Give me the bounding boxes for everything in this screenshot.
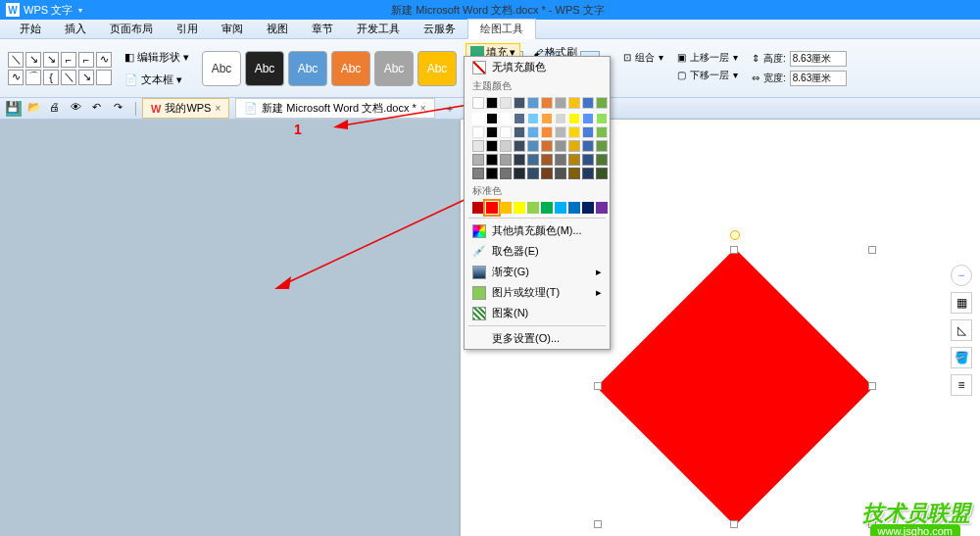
color-swatch[interactable] bbox=[527, 113, 539, 124]
tab-my-wps[interactable]: W 我的WPS × bbox=[142, 98, 229, 119]
color-swatch[interactable] bbox=[527, 126, 539, 138]
color-swatch[interactable] bbox=[582, 113, 594, 124]
diamond-shape[interactable] bbox=[597, 249, 874, 526]
style-3[interactable]: Abc bbox=[288, 51, 327, 86]
group-button[interactable]: ⊡组合▾ bbox=[623, 51, 663, 65]
lines-grid[interactable]: ＼↘↘⌐⌐∿ ∿⌒{＼↘ bbox=[8, 52, 112, 85]
color-swatch[interactable] bbox=[472, 168, 484, 179]
style-6[interactable]: Abc bbox=[417, 51, 457, 86]
color-swatch[interactable] bbox=[514, 126, 525, 138]
style-gallery[interactable]: Abc Abc Abc Abc Abc Abc bbox=[202, 51, 457, 86]
resize-handle-n[interactable] bbox=[730, 246, 738, 254]
menu-insert[interactable]: 插入 bbox=[53, 20, 98, 38]
color-swatch[interactable] bbox=[555, 113, 566, 124]
resize-handle-sw[interactable] bbox=[594, 520, 602, 528]
color-swatch[interactable] bbox=[582, 140, 594, 152]
color-swatch[interactable] bbox=[486, 126, 498, 138]
save-icon[interactable]: 💾 bbox=[6, 101, 22, 117]
color-swatch[interactable] bbox=[514, 154, 525, 166]
bring-forward-button[interactable]: ▣上移一层▾ bbox=[677, 51, 738, 65]
color-swatch[interactable] bbox=[541, 168, 553, 179]
standard-color-swatch[interactable] bbox=[582, 202, 594, 214]
menu-drawing-tools[interactable]: 绘图工具 bbox=[467, 19, 536, 39]
color-swatch[interactable] bbox=[541, 140, 553, 152]
menu-page-layout[interactable]: 页面布局 bbox=[98, 20, 165, 38]
color-swatch[interactable] bbox=[514, 168, 525, 179]
edit-shape-button[interactable]: ◧ 编辑形状▾ bbox=[120, 47, 194, 68]
color-swatch[interactable] bbox=[596, 140, 608, 152]
resize-handle-ne[interactable] bbox=[868, 246, 876, 254]
theme-shade-grid[interactable] bbox=[465, 111, 610, 182]
more-colors-option[interactable]: 其他填充颜色(M)... bbox=[465, 220, 610, 241]
color-swatch[interactable] bbox=[527, 140, 539, 152]
color-swatch[interactable] bbox=[541, 154, 553, 166]
color-swatch[interactable] bbox=[582, 126, 594, 138]
color-swatch[interactable] bbox=[486, 113, 498, 124]
standard-color-row[interactable] bbox=[465, 200, 610, 216]
gradient-option[interactable]: 渐变(G)▸ bbox=[465, 262, 610, 282]
height-input[interactable]: 8.63厘米 bbox=[790, 51, 847, 67]
resize-handle-e[interactable] bbox=[868, 382, 876, 390]
float-remove-button[interactable]: − bbox=[951, 265, 972, 286]
theme-color-row[interactable] bbox=[465, 95, 610, 111]
standard-color-swatch[interactable] bbox=[486, 202, 498, 214]
color-swatch[interactable] bbox=[555, 126, 566, 138]
menu-sections[interactable]: 章节 bbox=[300, 20, 345, 38]
color-swatch[interactable] bbox=[582, 168, 594, 179]
color-swatch[interactable] bbox=[568, 126, 580, 138]
color-swatch[interactable] bbox=[596, 113, 608, 124]
resize-handle-s[interactable] bbox=[730, 520, 738, 528]
color-swatch[interactable] bbox=[596, 168, 608, 179]
open-icon[interactable]: 📂 bbox=[27, 101, 43, 117]
float-style-button[interactable]: ≡ bbox=[951, 374, 972, 396]
style-4[interactable]: Abc bbox=[331, 51, 370, 86]
standard-color-swatch[interactable] bbox=[596, 202, 608, 214]
color-swatch[interactable] bbox=[596, 126, 608, 138]
redo-icon[interactable]: ↷ bbox=[114, 101, 129, 117]
selected-shape[interactable] bbox=[598, 250, 872, 524]
style-5[interactable]: Abc bbox=[374, 51, 414, 86]
menu-references[interactable]: 引用 bbox=[165, 20, 210, 38]
color-swatch[interactable] bbox=[486, 154, 498, 166]
print-icon[interactable]: 🖨 bbox=[49, 101, 65, 117]
rotation-handle[interactable] bbox=[730, 230, 740, 240]
color-swatch[interactable] bbox=[500, 168, 512, 179]
color-swatch[interactable] bbox=[527, 168, 539, 179]
color-swatch[interactable] bbox=[555, 154, 566, 166]
standard-color-swatch[interactable] bbox=[527, 202, 539, 214]
close-icon[interactable]: × bbox=[215, 103, 220, 114]
standard-color-swatch[interactable] bbox=[514, 202, 525, 214]
color-swatch[interactable] bbox=[500, 113, 512, 124]
no-fill-option[interactable]: 无填充颜色 bbox=[465, 57, 610, 77]
style-2[interactable]: Abc bbox=[245, 51, 284, 86]
color-swatch[interactable] bbox=[500, 140, 512, 152]
float-outline-button[interactable]: ◺ bbox=[951, 319, 972, 341]
menu-devtools[interactable]: 开发工具 bbox=[345, 20, 412, 38]
color-swatch[interactable] bbox=[486, 140, 498, 152]
menu-start[interactable]: 开始 bbox=[8, 20, 53, 38]
float-fill-button[interactable]: 🪣 bbox=[951, 347, 972, 368]
chevron-down-icon[interactable]: ▾ bbox=[78, 6, 82, 15]
color-swatch[interactable] bbox=[472, 113, 484, 124]
color-swatch[interactable] bbox=[568, 113, 580, 124]
width-input[interactable]: 8.63厘米 bbox=[790, 71, 847, 86]
color-swatch[interactable] bbox=[555, 168, 566, 179]
float-wrap-button[interactable]: ▦ bbox=[951, 292, 972, 314]
standard-color-swatch[interactable] bbox=[555, 202, 566, 214]
undo-icon[interactable]: ↶ bbox=[92, 101, 108, 117]
color-swatch[interactable] bbox=[500, 154, 512, 166]
color-swatch[interactable] bbox=[568, 140, 580, 152]
color-swatch[interactable] bbox=[596, 154, 608, 166]
preview-icon[interactable]: 👁 bbox=[71, 101, 86, 117]
color-swatch[interactable] bbox=[514, 140, 525, 152]
color-swatch[interactable] bbox=[472, 154, 484, 166]
color-swatch[interactable] bbox=[582, 154, 594, 166]
more-settings-option[interactable]: 更多设置(O)... bbox=[465, 328, 610, 349]
eyedropper-option[interactable]: 💉 取色器(E) bbox=[465, 241, 610, 262]
color-swatch[interactable] bbox=[541, 126, 553, 138]
color-swatch[interactable] bbox=[568, 168, 580, 179]
color-swatch[interactable] bbox=[541, 113, 553, 124]
send-backward-button[interactable]: ▢下移一层▾ bbox=[677, 69, 738, 82]
menu-review[interactable]: 审阅 bbox=[210, 20, 255, 38]
resize-handle-w[interactable] bbox=[594, 382, 602, 390]
